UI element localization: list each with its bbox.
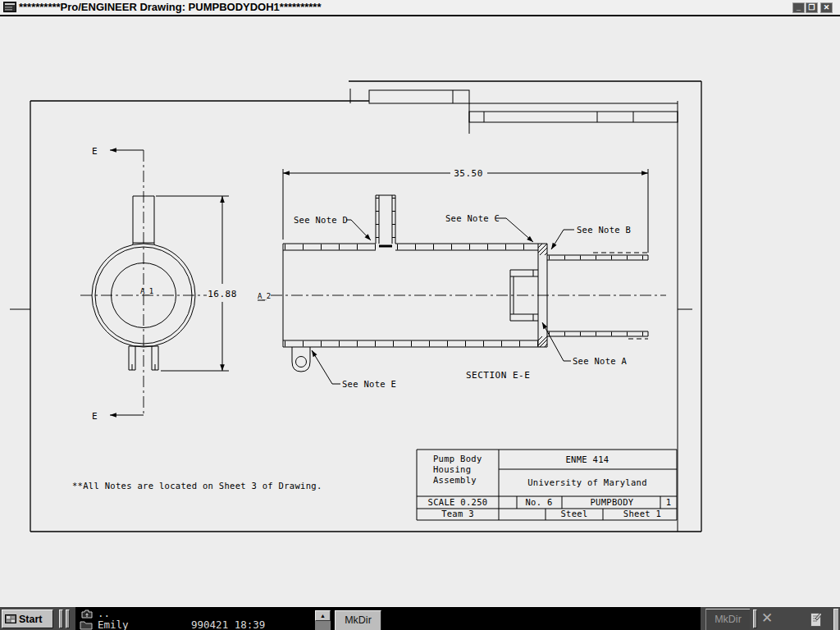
taskbar-handle-2[interactable] [66,609,70,628]
number-label: No. 6 [525,497,552,507]
taskbar-right-edge [833,609,838,630]
material-label: Steel [560,509,587,518]
title-block: Pump Body Housing Assembly ENME 414 Univ… [417,450,677,520]
taskbar: Start .. Emily 990421 18:39 ▲ [0,606,840,630]
school-label: University of Maryland [527,477,647,487]
up-folder-icon [81,609,93,619]
cut-label-bottom: E [92,411,98,422]
start-button[interactable]: Start [2,609,53,628]
part-name-line2: Housing [433,464,471,474]
folder-timestamp: 990421 18:39 [191,619,265,630]
taskbar-handle-3[interactable] [753,609,757,628]
section-view: 35.50 [258,168,666,372]
parent-dir-label: .. [98,607,110,619]
part-name-line1: Pump Body [433,454,482,463]
datum-axis-a2: A_2 [258,292,271,300]
width-dimension: 35.50 [454,168,483,179]
note-b-label: See Note B [577,225,631,235]
start-label: Start [19,614,42,625]
file-list-item-folder[interactable]: Emily 990421 18:39 [75,619,701,630]
close-task-icon[interactable]: ✕ [761,609,773,627]
end-view: E E A_1 16.88 [80,146,237,422]
datum-axis-a1: A_1 [140,287,153,295]
file-dialog-strip: .. Emily 990421 18:39 ▲ MkDir [75,607,701,630]
scroll-up-button[interactable]: ▲ [315,610,331,621]
course-label: ENME 414 [566,454,609,464]
list-scrollbar[interactable]: ▲ [315,610,331,630]
height-dimension: 16.88 [208,289,237,299]
file-list-item-up[interactable]: .. [75,608,701,619]
notepad-icon[interactable] [809,611,824,628]
note-a-label: See Note A [573,356,628,366]
folder-icon [80,620,93,630]
folder-name-label: Emily [98,619,129,630]
drawing-canvas: E E A_1 16.88 35.50 [0,0,840,607]
scale-label: SCALE 0.250 [428,497,488,507]
sheet-note: **All Notes are located on Sheet 3 of Dr… [72,481,322,491]
rev-label: 1 [666,497,672,507]
team-label: Team 3 [441,509,474,518]
mkdir-task-button[interactable]: MkDir [705,609,750,630]
note-e-label: See Note E [342,379,396,389]
taskbar-handle[interactable] [59,609,63,628]
part-name-line3: Assembly [433,475,477,485]
note-d-label: See Note D [294,215,348,225]
sheet-number-label: Sheet 1 [623,509,661,518]
windows-logo-icon [5,614,16,624]
pro-engineer-window: **********Pro/ENGINEER Drawing: PUMPBODY… [0,0,840,630]
mkdir-button[interactable]: MkDir [335,610,381,630]
section-title: SECTION E-E [466,370,530,381]
cut-label-top: E [92,146,98,157]
part-number-label: PUMPBODY [591,497,634,507]
note-c-label: See Note C [445,213,500,223]
